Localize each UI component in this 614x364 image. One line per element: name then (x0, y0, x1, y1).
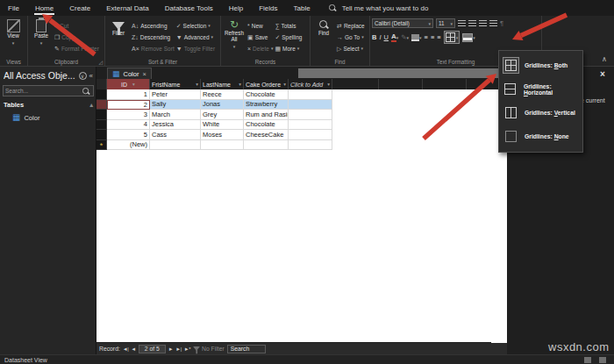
alternate-row-color-button[interactable]: ▾ (462, 33, 475, 42)
button-find[interactable]: Find (312, 18, 335, 37)
button-toggle-filter[interactable]: ▼Toggle Filter (176, 43, 215, 54)
cell-click-to-add[interactable] (289, 89, 332, 100)
row-selector[interactable] (96, 100, 107, 111)
column-header-click-to-add[interactable]: Click to Add▾ (289, 79, 332, 89)
cell[interactable]: Peter (150, 89, 201, 100)
cell[interactable] (150, 140, 201, 151)
button-new[interactable]: *New (247, 20, 273, 31)
button-format-painter[interactable]: ✎Format Painter (54, 43, 99, 54)
ribbon-tab-create[interactable]: Create (61, 0, 98, 16)
cell[interactable]: Moses (201, 130, 244, 140)
cell-click-to-add[interactable] (289, 120, 332, 131)
button-selection[interactable]: ✓Selection▾ (176, 20, 215, 31)
align-left-button[interactable]: ≡ (425, 33, 428, 41)
next-record-button[interactable]: ► (168, 346, 173, 352)
button-refresh-all[interactable]: ↻Refresh All▾ (223, 18, 246, 49)
close-icon[interactable]: × (142, 70, 146, 78)
cell[interactable]: Rum and Rasin (244, 110, 289, 120)
button-paste[interactable]: Paste▾ (30, 18, 53, 46)
cell[interactable]: Chocolate (244, 89, 289, 100)
bold-button[interactable]: B (372, 33, 376, 41)
cell[interactable]: Strawberry (244, 100, 289, 111)
bullets-button[interactable] (458, 20, 466, 26)
font-color-button[interactable]: A▾ (391, 32, 398, 42)
row-selector[interactable] (96, 130, 107, 140)
ribbon-tab-database-tools[interactable]: Database Tools (157, 0, 221, 16)
button-view[interactable]: View▾ (2, 18, 25, 46)
cell[interactable] (201, 140, 244, 151)
cell[interactable]: Jessica (150, 120, 201, 131)
cell-click-to-add[interactable] (289, 130, 332, 140)
cell[interactable]: 3 (107, 110, 150, 120)
paragraph-marks-button[interactable]: ¶ (500, 19, 503, 27)
column-header-fristname[interactable]: FristName▾ (150, 79, 201, 89)
nav-pane-menu-icon[interactable]: ∨ (79, 72, 87, 80)
first-record-button[interactable]: ◄| (123, 346, 129, 352)
menu-item-gridlines-oth[interactable]: Gridlines: Both (499, 54, 582, 77)
datasheet-view-icon[interactable] (584, 357, 591, 363)
new-record-button[interactable]: ►* (184, 346, 190, 352)
row-selector[interactable] (96, 89, 107, 100)
button-more[interactable]: ▦More▾ (275, 43, 302, 54)
gridlines-button[interactable]: ▾ (444, 31, 460, 44)
ribbon-tab-external-data[interactable]: External Data (98, 0, 156, 16)
menu-item-gridlines-orizontal[interactable]: Gridlines: Horizontal (499, 77, 582, 101)
button-replace[interactable]: ⇄Replace (337, 20, 365, 31)
button-filter[interactable]: Filter (107, 18, 130, 37)
nav-pane-search-input[interactable]: Search... (3, 85, 94, 96)
design-view-icon[interactable] (599, 357, 606, 363)
pane-close-icon[interactable]: × (600, 69, 605, 79)
row-selector[interactable] (96, 110, 107, 120)
cell[interactable]: White (201, 120, 244, 131)
ribbon-tab-fields[interactable]: Fields (251, 0, 285, 16)
document-tab-color[interactable]: ▦ Color × (107, 68, 152, 79)
cell-click-to-add[interactable] (289, 100, 332, 111)
ribbon-tab-file[interactable]: File (0, 0, 27, 16)
button-select[interactable]: ▷Select▾ (337, 43, 365, 54)
collapse-ribbon-chevron-icon[interactable]: ∧ (602, 55, 607, 63)
filter-indicator[interactable]: No Filter (193, 345, 225, 353)
increase-indent-button[interactable] (489, 20, 497, 26)
tell-me-box[interactable]: Tell me what you want to do (327, 3, 429, 13)
column-header-cake-ordere[interactable]: Cake Ordere▾ (244, 79, 289, 89)
cell[interactable] (289, 140, 332, 151)
font-size-combobox[interactable]: 11 ▾ (436, 18, 455, 28)
cell-click-to-add[interactable] (289, 110, 332, 120)
underline-button[interactable]: U (384, 33, 389, 41)
cell[interactable]: Cass (150, 130, 201, 140)
button-save[interactable]: ▣Save (247, 32, 273, 42)
cell[interactable]: Jonas (201, 100, 244, 111)
button-cut[interactable]: ×Cut (54, 20, 99, 31)
ribbon-tab-help[interactable]: Help (221, 0, 251, 16)
new-row-selector[interactable]: * (96, 140, 107, 151)
column-header-id[interactable]: ID▾ (107, 79, 150, 89)
align-right-button[interactable]: ≡ (437, 33, 440, 41)
background-color-button[interactable]: ▾ (411, 34, 422, 41)
button-delete[interactable]: ×Delete▾ (247, 43, 273, 54)
button-go-to[interactable]: →Go To▾ (337, 32, 365, 42)
menu-item-gridlines-one[interactable]: Gridlines: None (499, 125, 582, 148)
button-descending[interactable]: Z↓Descending (132, 32, 175, 42)
button-ascending[interactable]: A↓Ascending (132, 20, 175, 31)
button-advanced[interactable]: ▼Advanced▾ (176, 32, 215, 42)
font-name-combobox[interactable]: Calibri (Detail) ▾ (372, 18, 433, 28)
cell[interactable] (244, 140, 289, 151)
record-search-input[interactable]: Search (227, 345, 266, 353)
cell[interactable]: 2 (107, 100, 150, 111)
record-position-box[interactable]: 2 of 5 (139, 345, 166, 353)
cell[interactable]: Sally (150, 100, 201, 111)
button-copy[interactable]: ❐Copy (54, 32, 99, 42)
cell[interactable]: 1 (107, 89, 150, 100)
column-header-lastname[interactable]: LastName▾ (201, 79, 244, 89)
nav-item-color-table[interactable]: ▦ Color (12, 113, 39, 122)
row-selector[interactable] (96, 120, 107, 131)
decrease-indent-button[interactable] (479, 20, 487, 26)
ribbon-tab-home[interactable]: Home (27, 0, 61, 16)
menu-item-gridlines-ertical[interactable]: Gridlines: Vertical (499, 101, 582, 125)
last-record-button[interactable]: ►| (175, 346, 182, 352)
numbering-button[interactable] (468, 20, 476, 26)
dialog-launcher-icon[interactable]: ◿ (98, 59, 103, 65)
cell[interactable]: CheeseCake (244, 130, 289, 140)
align-center-button[interactable]: ≡ (431, 33, 434, 41)
button-totals[interactable]: ∑Totals (275, 20, 302, 31)
